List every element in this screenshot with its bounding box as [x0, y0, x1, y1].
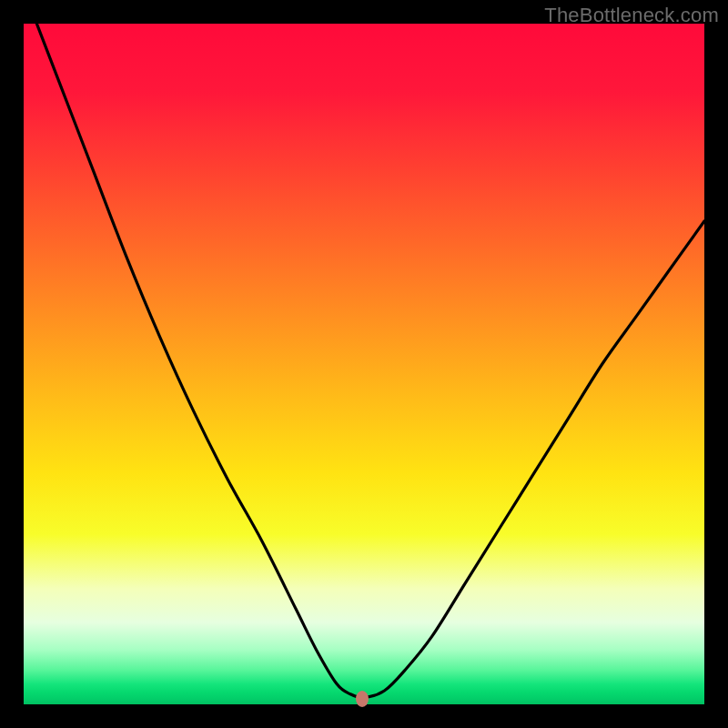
optimal-point-marker: [356, 691, 369, 707]
plot-area: [24, 24, 704, 704]
curve-path: [24, 24, 704, 698]
bottleneck-curve: [24, 24, 704, 704]
watermark-text: TheBottleneck.com: [544, 4, 719, 27]
chart-frame: TheBottleneck.com: [0, 0, 728, 728]
